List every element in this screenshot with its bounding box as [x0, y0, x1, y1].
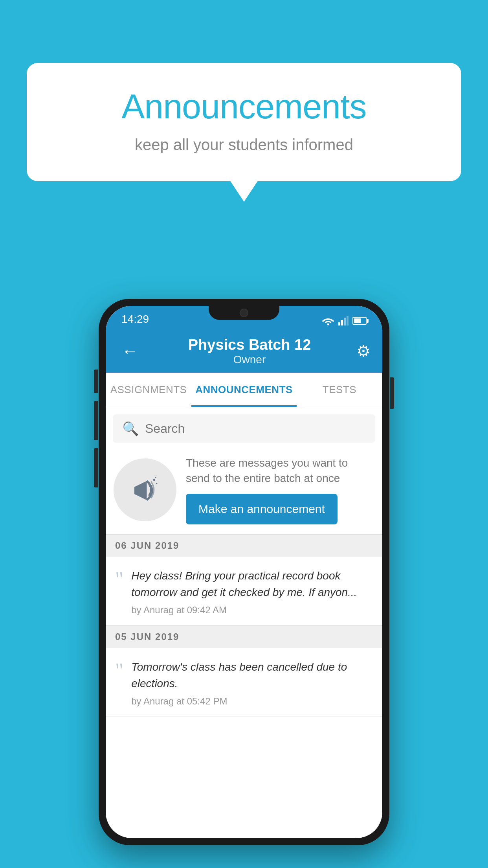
svg-rect-3: [344, 318, 346, 326]
tab-assignments[interactable]: ASSIGNMENTS: [106, 373, 191, 407]
phone-wrapper: 14:29: [99, 299, 389, 845]
phone-camera: [240, 309, 248, 317]
announcement-author-1: by Anurag at 09:42 AM: [131, 605, 373, 616]
announcement-item-2[interactable]: " Tomorrow's class has been cancelled du…: [106, 648, 382, 717]
svg-point-0: [327, 324, 329, 326]
search-icon: 🔍: [122, 421, 139, 436]
settings-icon[interactable]: ⚙: [356, 342, 371, 360]
svg-point-9: [155, 477, 156, 478]
announcement-text-2: Tomorrow's class has been cancelled due …: [131, 659, 373, 692]
wifi-icon: [322, 316, 334, 326]
make-announcement-button[interactable]: Make an announcement: [186, 494, 338, 524]
battery-fill: [354, 318, 361, 323]
status-time: 14:29: [121, 313, 149, 326]
date-separator-1: 06 JUN 2019: [106, 534, 382, 557]
announcement-author-2: by Anurag at 05:42 PM: [131, 696, 373, 707]
bubble-subtitle: keep all your students informed: [58, 136, 430, 154]
megaphone-icon: [127, 472, 163, 508]
svg-rect-1: [338, 322, 340, 326]
header-subtitle: Owner: [143, 353, 356, 366]
svg-point-7: [153, 479, 155, 481]
speech-bubble: Announcements keep all your students inf…: [27, 63, 461, 181]
side-button-right: [390, 377, 394, 409]
back-button[interactable]: ←: [117, 337, 143, 365]
speech-bubble-container: Announcements keep all your students inf…: [27, 63, 461, 181]
announcement-cta-section: These are messages you want to send to t…: [106, 447, 382, 534]
battery-icon: [352, 317, 367, 325]
header-title-block: Physics Batch 12 Owner: [143, 337, 356, 366]
tab-bar: ASSIGNMENTS ANNOUNCEMENTS TESTS: [106, 373, 382, 407]
app-header: ← Physics Batch 12 Owner ⚙: [106, 329, 382, 373]
svg-point-8: [156, 483, 158, 484]
signal-icon: [338, 316, 349, 326]
header-title: Physics Batch 12: [143, 337, 356, 353]
announcement-content-1: Hey class! Bring your practical record b…: [131, 568, 373, 616]
announcement-item-1[interactable]: " Hey class! Bring your practical record…: [106, 557, 382, 625]
cta-text-block: These are messages you want to send to t…: [186, 455, 374, 524]
date-separator-2: 05 JUN 2019: [106, 625, 382, 648]
svg-rect-2: [341, 320, 343, 326]
status-icons: [322, 316, 367, 326]
phone-screen: 14:29: [106, 306, 382, 838]
phone-notch: [209, 306, 279, 320]
side-button-power: [94, 370, 98, 393]
svg-rect-4: [347, 316, 349, 326]
side-button-vol-up: [94, 401, 98, 440]
announcement-content-2: Tomorrow's class has been cancelled due …: [131, 659, 373, 707]
phone-frame: 14:29: [99, 299, 389, 845]
search-bar[interactable]: 🔍: [113, 414, 375, 443]
quote-icon-1: ": [115, 569, 123, 590]
bubble-title: Announcements: [58, 86, 430, 127]
side-button-vol-down: [94, 448, 98, 487]
svg-rect-6: [134, 487, 139, 494]
announcement-text-1: Hey class! Bring your practical record b…: [131, 568, 373, 601]
cta-description: These are messages you want to send to t…: [186, 455, 374, 486]
cta-icon-circle: [114, 458, 176, 521]
search-input[interactable]: [145, 421, 366, 436]
tab-tests[interactable]: TESTS: [297, 373, 382, 407]
quote-icon-2: ": [115, 660, 123, 681]
tab-announcements[interactable]: ANNOUNCEMENTS: [191, 373, 297, 407]
